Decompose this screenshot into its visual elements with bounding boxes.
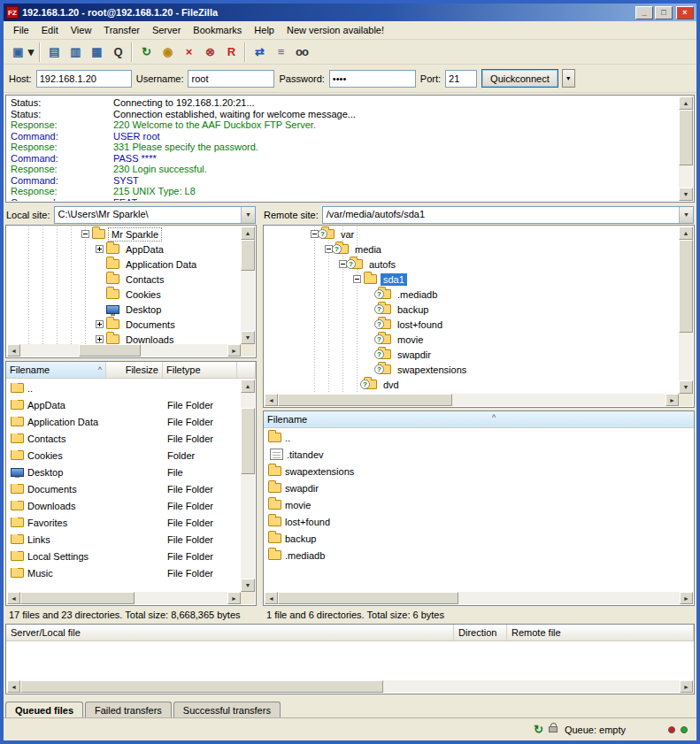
process-queue-button[interactable]: ◉ <box>157 42 178 62</box>
password-input[interactable] <box>329 70 416 88</box>
scroll-right-icon[interactable]: ► <box>665 394 679 406</box>
quickconnect-button[interactable]: Quickconnect <box>481 69 558 88</box>
local-tree-item-application-data[interactable]: Application Data <box>7 257 241 272</box>
menu-edit[interactable]: Edit <box>35 22 65 38</box>
remote-col-filename[interactable]: Filename ^ <box>264 411 694 428</box>
menu-help[interactable]: Help <box>248 22 281 38</box>
menu-view[interactable]: View <box>65 22 98 38</box>
tab-successful-transfers[interactable]: Successful transfers <box>173 702 281 717</box>
local-file-row[interactable]: .. <box>7 380 241 396</box>
local-file-row[interactable]: Contacts File Folder <box>7 430 241 447</box>
queue-col-server-local-file[interactable]: Server/Local file <box>6 625 454 640</box>
local-col-filetype[interactable]: Filetype <box>163 362 237 378</box>
tab-queued-files[interactable]: Queued files <box>5 702 83 717</box>
remote-tree-item-swapextensions[interactable]: swapextensions <box>265 362 679 377</box>
scroll-left-icon[interactable]: ◄ <box>265 592 278 604</box>
local-tree-item-downloads[interactable]: Downloads <box>7 332 241 344</box>
toolbar-separator[interactable] <box>36 42 43 62</box>
local-tree-item-cookies[interactable]: Cookies <box>7 287 241 302</box>
sync-browse-button[interactable]: ≡ <box>270 42 291 62</box>
toggle-local-tree-button[interactable]: ▥ <box>65 42 86 62</box>
username-input[interactable] <box>188 70 274 88</box>
local-col-filename[interactable]: Filename ^ <box>6 362 106 378</box>
remote-tree-item-dvd[interactable]: dvd <box>265 377 679 392</box>
remote-tree-item-mediadb[interactable]: .mediadb <box>265 287 679 302</box>
local-list-vscrollbar[interactable]: ▲ ▼ <box>241 380 255 592</box>
local-tree-item-mr-sparkle[interactable]: Mr Sparkle <box>7 226 241 242</box>
quickconnect-dropdown-icon[interactable]: ▼ <box>562 69 575 88</box>
scroll-right-icon[interactable]: ► <box>680 680 693 693</box>
expander-icon[interactable] <box>96 320 104 328</box>
remote-tree-hscrollbar[interactable]: ◄ ► <box>265 394 679 406</box>
expander-icon[interactable] <box>353 275 361 283</box>
remote-site-combo[interactable]: /var/media/autofs/sda1 ▼ <box>322 206 694 224</box>
local-site-combo[interactable]: C:\Users\Mr Sparkle\ ▼ <box>54 206 256 224</box>
remote-file-row[interactable]: .mediadb <box>265 547 693 564</box>
toggle-queue-button[interactable]: Q <box>107 42 128 62</box>
local-file-row[interactable]: Desktop File <box>7 464 241 480</box>
scroll-down-icon[interactable]: ▼ <box>679 188 693 201</box>
remote-file-row[interactable]: swapdir <box>265 479 693 496</box>
remote-file-row[interactable]: backup <box>265 530 693 547</box>
scroll-down-icon[interactable]: ▼ <box>679 380 693 394</box>
cancel-button[interactable]: × <box>178 42 199 62</box>
message-log[interactable]: Status:Connecting to 192.168.1.20:21... … <box>5 95 695 203</box>
expander-icon[interactable] <box>96 245 104 253</box>
local-file-row[interactable]: Application Data File Folder <box>7 413 241 430</box>
remote-tree-item-movie[interactable]: movie <box>265 332 679 347</box>
local-file-row[interactable]: Links File Folder <box>7 531 241 548</box>
refresh-button[interactable]: ↻ <box>135 42 157 62</box>
find-button[interactable]: oo <box>291 42 312 62</box>
local-file-row[interactable]: Cookies Folder <box>7 447 241 464</box>
toggle-message-log-button[interactable]: ▤ <box>43 42 65 62</box>
scroll-up-icon[interactable]: ▲ <box>679 96 693 110</box>
remote-tree-item-swapdir[interactable]: swapdir <box>265 347 679 362</box>
titlebar[interactable]: FZ 192.168.1.20 - root@192.168.1.20 - Fi… <box>4 4 696 21</box>
remote-site-dropdown-icon[interactable]: ▼ <box>679 207 693 223</box>
remote-tree-item-lost-found[interactable]: lost+found <box>265 317 679 332</box>
remote-tree-item-autofs[interactable]: autofs <box>265 257 679 272</box>
toolbar-separator[interactable] <box>128 42 135 62</box>
toggle-remote-tree-button[interactable]: ▦ <box>86 42 107 62</box>
remote-file-row[interactable]: .titandev <box>265 446 693 463</box>
scroll-left-icon[interactable]: ◄ <box>265 394 278 406</box>
menu-transfer[interactable]: Transfer <box>97 22 146 38</box>
queue-col-remote-file[interactable]: Remote file <box>507 625 694 640</box>
scroll-up-icon[interactable]: ▲ <box>241 380 255 393</box>
scrollbar-thumb[interactable] <box>679 110 693 165</box>
scroll-left-icon[interactable]: ◄ <box>7 344 20 357</box>
scroll-up-icon[interactable]: ▲ <box>241 226 255 240</box>
scroll-left-icon[interactable]: ◄ <box>7 592 20 604</box>
site-manager-dropdown[interactable]: ▾ <box>25 42 36 62</box>
speed-limit-icon[interactable]: ↻ <box>534 724 543 735</box>
queue-hscrollbar[interactable]: ◄ ► <box>7 680 693 693</box>
remote-file-row[interactable]: .. <box>265 429 693 446</box>
local-file-row[interactable]: Downloads File Folder <box>7 497 241 514</box>
scroll-up-icon[interactable]: ▲ <box>679 226 693 240</box>
close-button[interactable]: × <box>676 6 694 19</box>
scroll-down-icon[interactable]: ▼ <box>241 331 255 344</box>
local-tree-item-documents[interactable]: Documents <box>7 317 241 332</box>
local-file-row[interactable]: Music File Folder <box>7 564 241 581</box>
scroll-left-icon[interactable]: ◄ <box>7 680 20 693</box>
scroll-right-icon[interactable]: ► <box>227 344 241 357</box>
remote-tree-item-media[interactable]: media <box>265 242 679 257</box>
compare-button[interactable]: ⇄ <box>249 42 270 62</box>
encryption-icon[interactable] <box>549 726 558 732</box>
remote-tree-item-var[interactable]: var <box>265 226 679 242</box>
menu-file[interactable]: File <box>7 22 35 38</box>
tab-failed-transfers[interactable]: Failed transfers <box>85 702 172 717</box>
local-tree-hscrollbar[interactable]: ◄ ► <box>7 344 241 357</box>
remote-tree-vscrollbar[interactable]: ▲ ▼ <box>679 226 693 394</box>
reconnect-button[interactable]: R <box>220 42 242 62</box>
scroll-right-icon[interactable]: ► <box>680 592 693 604</box>
local-file-row[interactable]: Local Settings File Folder <box>7 548 241 564</box>
menu-new-version[interactable]: New version available! <box>281 22 390 38</box>
remote-file-row[interactable]: movie <box>265 496 693 513</box>
local-site-dropdown-icon[interactable]: ▼ <box>241 207 255 223</box>
log-scrollbar[interactable]: ▲ ▼ <box>679 96 693 201</box>
local-file-row[interactable]: AppData File Folder <box>7 396 241 413</box>
local-tree-item-contacts[interactable]: Contacts <box>7 272 241 287</box>
menu-bookmarks[interactable]: Bookmarks <box>187 22 248 38</box>
local-file-row[interactable]: Documents File Folder <box>7 480 241 497</box>
